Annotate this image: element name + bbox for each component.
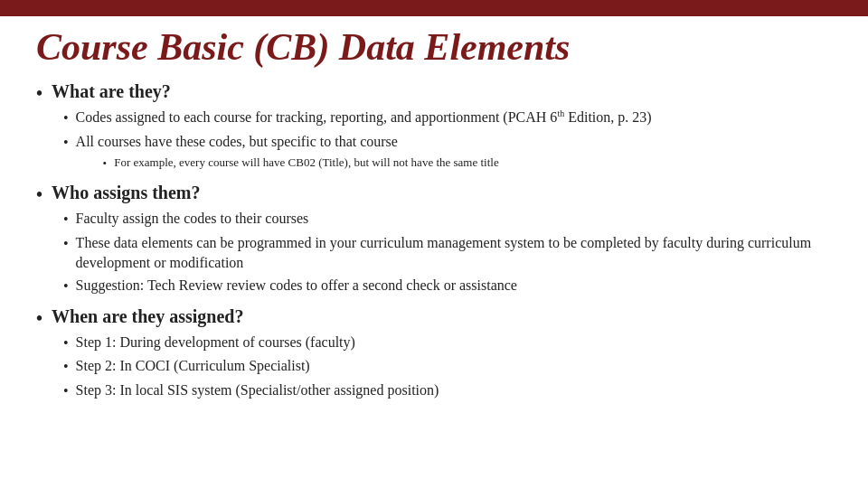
bullet2-when-2: • — [63, 357, 69, 377]
bullet3-1: • — [103, 155, 108, 172]
what-sub-sublist: • For example, every course will have CB… — [76, 155, 832, 172]
bullet2-2: • — [63, 133, 69, 153]
list-item: • Step 3: In local SIS system (Specialis… — [63, 380, 832, 401]
section-who-label: • Who assigns them? — [36, 183, 832, 205]
what-sub-item-1: For example, every course will have CB02… — [114, 155, 832, 171]
bullet2-when-3: • — [63, 381, 69, 401]
section-when: • When are they assigned? • Step 1: Duri… — [36, 306, 832, 401]
slide-title: Course Basic (CB) Data Elements — [36, 25, 832, 69]
who-sublist: • Faculty assign the codes to their cour… — [36, 209, 832, 297]
bullet1-what: • — [36, 83, 42, 104]
section-what-title: What are they? — [52, 81, 171, 102]
top-bar — [0, 0, 868, 16]
main-list: • What are they? • Codes assigned to eac… — [36, 81, 832, 401]
bullet2-when-1: • — [63, 333, 69, 353]
list-item: • Codes assigned to each course for trac… — [63, 108, 832, 128]
bullet2-who-2: • — [63, 234, 69, 254]
section-who-title: Who assigns them? — [52, 183, 200, 203]
bullet1-when: • — [36, 308, 42, 329]
what-sublist: • Codes assigned to each course for trac… — [36, 108, 832, 174]
when-sublist: • Step 1: During development of courses … — [36, 333, 832, 401]
who-item-2: These data elements can be programmed in… — [76, 233, 832, 274]
list-item: • All courses have these codes, but spec… — [63, 132, 832, 174]
when-item-3: Step 3: In local SIS system (Specialist/… — [76, 380, 832, 400]
when-item-2: Step 2: In COCI (Curriculum Specialist) — [76, 356, 832, 376]
when-item-1: Step 1: During development of courses (f… — [76, 333, 832, 352]
bullet2-who-3: • — [63, 277, 69, 296]
list-item: • Step 2: In COCI (Curriculum Specialist… — [63, 356, 832, 377]
bullet2-who-1: • — [63, 210, 69, 230]
list-item: • Step 1: During development of courses … — [63, 333, 832, 353]
section-when-title: When are they assigned? — [52, 306, 243, 327]
section-what: • What are they? • Codes assigned to eac… — [36, 81, 832, 174]
list-item: • Suggestion: Tech Review review codes t… — [63, 276, 832, 296]
who-item-3: Suggestion: Tech Review review codes to … — [76, 276, 832, 296]
list-item: • For example, every course will have CB… — [103, 155, 832, 172]
who-item-1: Faculty assign the codes to their course… — [76, 209, 832, 229]
bullet2-1: • — [63, 108, 69, 128]
what-item-2-text: All courses have these codes, but specif… — [76, 132, 832, 174]
section-when-label: • When are they assigned? — [36, 306, 832, 329]
bullet1-who: • — [36, 184, 42, 205]
slide-content: Course Basic (CB) Data Elements • What a… — [0, 16, 868, 428]
list-item: • These data elements can be programmed … — [63, 233, 832, 274]
section-what-label: • What are they? — [36, 81, 832, 104]
list-item: • Faculty assign the codes to their cour… — [63, 209, 832, 230]
what-item-1-text: Codes assigned to each course for tracki… — [76, 108, 832, 128]
section-who: • Who assigns them? • Faculty assign the… — [36, 183, 832, 297]
